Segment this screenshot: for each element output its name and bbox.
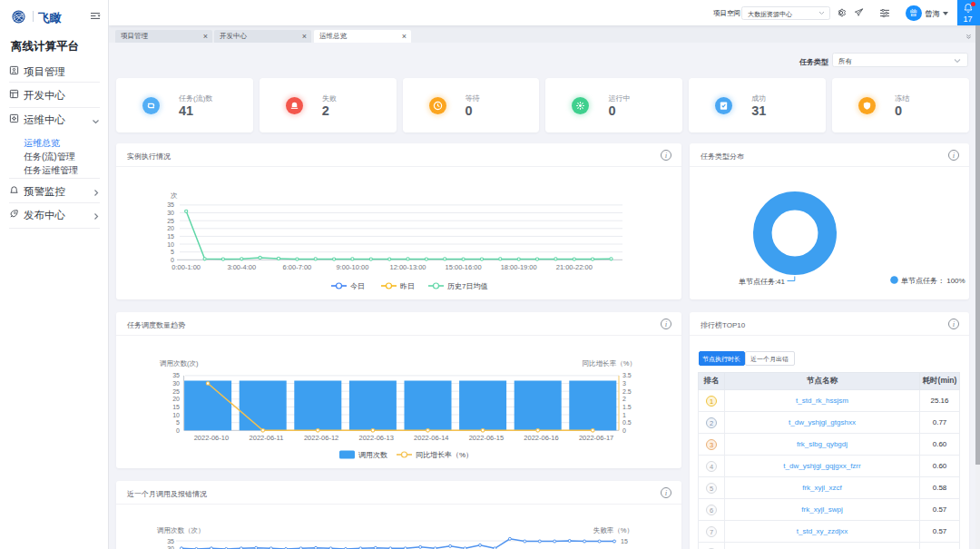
svg-text:30: 30 xyxy=(167,545,174,549)
svg-text:18:00-19:00: 18:00-19:00 xyxy=(501,263,537,271)
svg-text:15: 15 xyxy=(167,233,174,240)
svg-text:失败率（%）: 失败率（%） xyxy=(593,526,633,534)
svg-text:今日: 今日 xyxy=(350,282,365,290)
svg-text:0: 0 xyxy=(171,257,174,263)
svg-text:30: 30 xyxy=(172,380,180,387)
svg-text:20: 20 xyxy=(167,225,174,231)
svg-text:2022-06-13: 2022-06-13 xyxy=(359,434,394,442)
svg-text:12:00-13:00: 12:00-13:00 xyxy=(389,263,426,271)
svg-text:昨日: 昨日 xyxy=(400,282,415,290)
svg-text:1: 1 xyxy=(622,412,626,418)
svg-text:调用次数（次）: 调用次数（次） xyxy=(157,526,205,534)
svg-text:2: 2 xyxy=(622,396,626,402)
svg-text:2022-06-14: 2022-06-14 xyxy=(414,434,448,442)
svg-text:3.5: 3.5 xyxy=(622,372,632,378)
svg-text:2022-06-12: 2022-06-12 xyxy=(304,434,338,442)
svg-text:调用次数: 调用次数 xyxy=(358,451,387,459)
svg-text:25: 25 xyxy=(167,218,174,224)
svg-text:25: 25 xyxy=(172,388,180,395)
svg-text:10: 10 xyxy=(167,241,174,248)
svg-text:30: 30 xyxy=(167,210,174,216)
svg-text:单节点任务:41: 单节点任务:41 xyxy=(739,278,786,286)
svg-text:0:00-1:00: 0:00-1:00 xyxy=(172,263,201,271)
svg-text:2022-06-16: 2022-06-16 xyxy=(524,434,558,442)
svg-text:0: 0 xyxy=(622,427,626,434)
svg-text:15: 15 xyxy=(172,404,180,410)
svg-text:3:00-4:00: 3:00-4:00 xyxy=(227,263,256,271)
svg-text:同比增长率（%）: 同比增长率（%） xyxy=(583,359,636,368)
svg-text:同比增长率（%）: 同比增长率（%） xyxy=(416,451,473,459)
svg-text:6:00-7:00: 6:00-7:00 xyxy=(283,263,312,271)
svg-text:2022-06-17: 2022-06-17 xyxy=(579,434,613,442)
svg-text:15: 15 xyxy=(621,538,628,544)
svg-text:5: 5 xyxy=(171,249,174,255)
svg-text:35: 35 xyxy=(172,372,180,378)
svg-text:35: 35 xyxy=(167,538,174,544)
svg-text:0.5: 0.5 xyxy=(622,419,632,426)
svg-text:21:00-22:00: 21:00-22:00 xyxy=(556,263,593,271)
svg-text:15:00-16:00: 15:00-16:00 xyxy=(446,263,482,271)
svg-text:2.5: 2.5 xyxy=(622,388,632,395)
svg-text:0: 0 xyxy=(176,427,180,434)
svg-text:1.5: 1.5 xyxy=(622,404,632,410)
svg-text:35: 35 xyxy=(167,201,174,208)
svg-text:2022-06-11: 2022-06-11 xyxy=(250,434,284,442)
svg-text:3: 3 xyxy=(622,380,626,387)
svg-text:9:00-10:00: 9:00-10:00 xyxy=(336,263,368,271)
svg-text:2022-06-10: 2022-06-10 xyxy=(194,434,229,442)
svg-text:调用次数(次): 调用次数(次) xyxy=(160,359,199,368)
svg-text:次: 次 xyxy=(171,191,178,200)
svg-text:历史7日均值: 历史7日均值 xyxy=(447,282,487,290)
svg-text:5: 5 xyxy=(176,419,180,426)
svg-text:2022-06-15: 2022-06-15 xyxy=(469,434,504,442)
svg-text:单节点任务： 100%: 单节点任务： 100% xyxy=(901,277,965,285)
svg-text:20: 20 xyxy=(172,396,180,402)
svg-text:10: 10 xyxy=(172,412,180,418)
